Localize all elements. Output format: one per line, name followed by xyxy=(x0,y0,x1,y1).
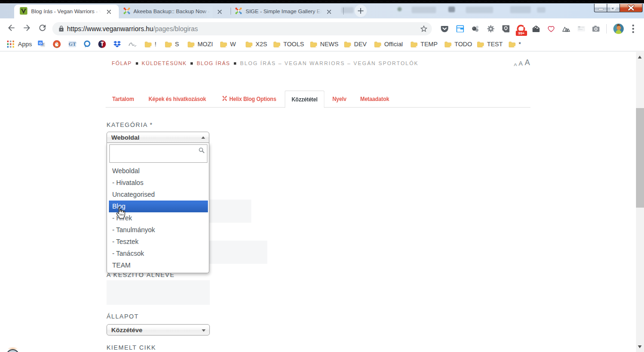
bookmark-folder-icon xyxy=(344,41,351,47)
chevron-up-icon xyxy=(201,136,205,139)
browser-tab-2[interactable]: Akeeba Backup:: Backup Now - V xyxy=(119,7,230,18)
chat-bubble-bookmark-icon[interactable] xyxy=(83,40,91,48)
camera-extension-icon[interactable] xyxy=(592,25,600,33)
svg-text:G: G xyxy=(39,41,41,45)
gt-bookmark-icon[interactable]: GT xyxy=(68,40,76,48)
tab-tartalom[interactable]: Tartalom xyxy=(112,91,134,108)
option-tanacsok[interactable]: - Tanácsok xyxy=(109,248,208,260)
bookmark-folder-icon xyxy=(220,41,227,47)
status-select[interactable]: Közzétéve xyxy=(107,324,210,335)
bookmark-folder[interactable]: * xyxy=(519,41,521,48)
option-uncategorised[interactable]: Uncategorised xyxy=(109,189,208,201)
back-button[interactable] xyxy=(7,23,16,33)
joomla-favicon xyxy=(123,7,131,15)
bookmark-folder[interactable]: ! xyxy=(155,41,157,48)
molecule-extension-icon[interactable] xyxy=(471,25,480,33)
scroll-up-arrow[interactable] xyxy=(638,56,642,59)
browser-tab-strip: Blog írás - Vegan Warriors - vegá Akeeba… xyxy=(0,3,644,18)
tab-metaadatok[interactable]: Metaadatok xyxy=(360,91,389,108)
bookmark-folder[interactable]: MOZI xyxy=(198,41,213,48)
minimize-button[interactable] xyxy=(594,4,607,12)
browser-tab-3[interactable]: SIGE - Simple Image Gallery Exte xyxy=(231,7,342,18)
aero-artifact xyxy=(448,7,455,12)
duckduckgo-bookmark-icon[interactable] xyxy=(53,40,60,48)
tab-kozzetetel[interactable]: Közzététel xyxy=(285,91,324,108)
breadcrumb-link[interactable]: FŐLAP xyxy=(112,60,132,66)
bookmark-folder[interactable]: TEMP xyxy=(421,41,438,48)
bookmark-folder[interactable]: X2S xyxy=(256,41,267,48)
pocket-extension-icon[interactable] xyxy=(440,25,449,33)
alias-input[interactable] xyxy=(107,280,210,305)
t-logo-bookmark-icon[interactable] xyxy=(98,40,106,48)
mountains-extension-icon[interactable] xyxy=(562,25,570,33)
tab-title: Akeeba Backup:: Backup Now - V xyxy=(133,8,213,14)
font-decrease-button[interactable]: A xyxy=(514,62,517,67)
apps-grid-icon[interactable] xyxy=(7,41,15,48)
breadcrumb-current: BLOG ÍRÁS – VEGAN WARRIORS – VEGÁN SPORT… xyxy=(240,60,419,66)
option-hivatalos[interactable]: - Hivatalos xyxy=(109,177,208,189)
signature-bookmark-icon[interactable] xyxy=(128,40,136,48)
breadcrumb-link[interactable]: BLOG ÍRÁS xyxy=(197,60,230,66)
font-increase-button[interactable]: A xyxy=(525,58,530,67)
restore-button[interactable] xyxy=(607,4,620,12)
bookmark-folder[interactable]: W xyxy=(230,41,236,48)
option-tesztek[interactable]: - Tesztek xyxy=(109,236,208,248)
gear-extension-icon[interactable] xyxy=(487,25,495,33)
new-tab-button[interactable] xyxy=(355,5,367,17)
aero-artifact xyxy=(397,7,402,11)
heart-extension-icon[interactable] xyxy=(547,25,555,33)
bookmark-star-icon[interactable] xyxy=(420,25,428,33)
font-reset-button[interactable]: A xyxy=(519,60,523,67)
bookmark-folder[interactable]: DEV xyxy=(354,41,367,48)
content-tabs: Tartalom Képek és hivatkozások Helix Blo… xyxy=(106,91,530,108)
breadcrumb-link[interactable]: KÜLDETÉSÜNK xyxy=(142,60,187,66)
forward-button[interactable] xyxy=(22,23,32,33)
joomla-favicon xyxy=(235,7,242,15)
option-weboldal[interactable]: Weboldal xyxy=(109,165,208,177)
close-button[interactable] xyxy=(620,4,643,12)
url-host: https://www.veganwarriors.hu xyxy=(67,25,153,33)
tab-kepek[interactable]: Képek és hivatkozások xyxy=(149,91,206,108)
faint-extension-icon[interactable] xyxy=(577,25,586,33)
dropbox-bookmark-icon[interactable] xyxy=(113,40,121,48)
bookmark-folder[interactable]: TODO xyxy=(454,41,472,48)
bookmark-folder[interactable]: NEWS xyxy=(320,41,339,48)
profile-avatar[interactable] xyxy=(613,24,624,34)
svg-text:GT: GT xyxy=(69,41,76,47)
lock-icon[interactable] xyxy=(58,25,65,32)
category-select-toggle[interactable]: Weboldal xyxy=(107,132,209,143)
tab-close-icon[interactable] xyxy=(326,8,332,14)
option-tanulmanyok[interactable]: - Tanulmányok xyxy=(109,224,208,236)
bookmark-folder-icon xyxy=(310,41,317,47)
breadcrumb-separator xyxy=(190,62,193,65)
bookmark-folder-icon xyxy=(509,41,516,47)
tab-close-icon[interactable] xyxy=(106,8,112,14)
inbox-extension-icon[interactable] xyxy=(532,25,540,33)
tab-close-icon[interactable] xyxy=(217,8,223,14)
bookmark-folder[interactable]: TEST xyxy=(487,41,503,48)
chrome-menu-icon[interactable] xyxy=(632,25,634,33)
bookmark-folder-icon xyxy=(273,41,281,47)
bookmark-folder-icon xyxy=(165,41,172,47)
tab-helix-blog-options[interactable]: Helix Blog Options xyxy=(222,91,276,108)
window-blue-extension-icon[interactable] xyxy=(456,25,464,33)
apps-shortcut[interactable]: Apps xyxy=(18,41,32,48)
category-search-input[interactable] xyxy=(109,144,207,163)
bookmark-folder[interactable]: S xyxy=(175,41,179,48)
browser-tab-1[interactable]: Blog írás - Vegan Warriors - vegá xyxy=(15,7,118,18)
bookmark-folder-icon xyxy=(411,41,418,47)
bookmark-folder[interactable]: Official xyxy=(384,41,403,48)
breadcrumb: FŐLAP KÜLDETÉSÜNK BLOG ÍRÁS BLOG ÍRÁS – … xyxy=(112,59,419,67)
page-scrollbar[interactable] xyxy=(636,52,644,352)
option-team[interactable]: TEAM xyxy=(109,260,208,271)
web-page: FŐLAP KÜLDETÉSÜNK BLOG ÍRÁS BLOG ÍRÁS – … xyxy=(0,52,636,352)
reload-button[interactable] xyxy=(38,23,47,33)
tab-nyelv[interactable]: Nyelv xyxy=(332,91,347,108)
scrollbar-thumb[interactable] xyxy=(636,108,644,208)
address-bar[interactable]: https://www.veganwarriors.hu/pages/blogi… xyxy=(52,22,432,35)
bookmark-folder[interactable]: TOOLS xyxy=(283,41,304,48)
bookmark-folder-icon xyxy=(246,41,253,47)
lightbulb-extension-icon[interactable] xyxy=(502,25,510,33)
scroll-down-arrow[interactable] xyxy=(638,345,642,348)
google-translate-bookmark-icon[interactable]: G xyxy=(38,40,45,48)
